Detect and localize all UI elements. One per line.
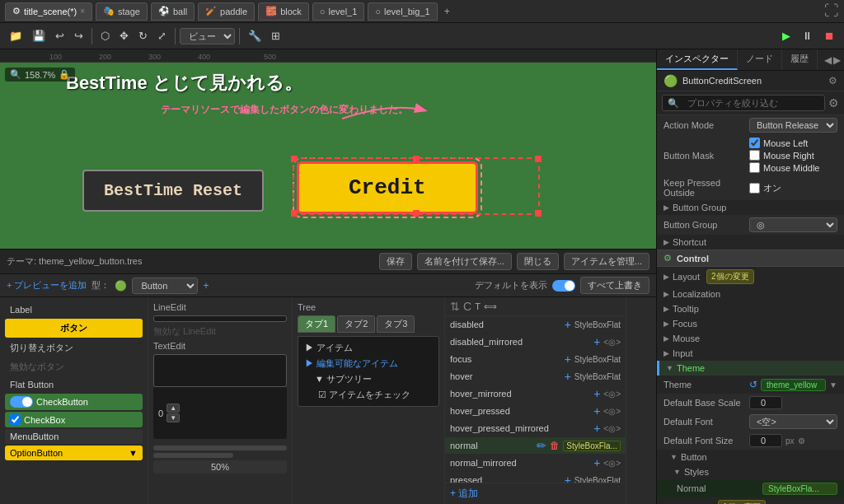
tab-block[interactable]: 🧱 block — [258, 2, 309, 21]
font-size-more-btn[interactable]: ⚙ — [798, 436, 805, 446]
input-header[interactable]: ▶ Input — [657, 346, 844, 361]
widget-switch[interactable]: 切り替えボタン — [5, 339, 143, 357]
manage-items-button[interactable]: アイテムを管理... — [564, 253, 649, 270]
tab-3[interactable]: タブ3 — [377, 315, 415, 333]
inspector-forward-btn[interactable]: ▶ — [833, 51, 841, 68]
toolbar-snap-btn[interactable]: 🔧 — [244, 27, 265, 44]
tab-level1[interactable]: ○ level_1 — [312, 2, 365, 21]
localization-header[interactable]: ▶ Localization — [657, 287, 844, 301]
tab-2[interactable]: タブ2 — [337, 315, 375, 333]
theme-section-header[interactable]: ▼ Theme — [657, 361, 844, 376]
toolbar-redo-btn[interactable]: ↪ — [70, 27, 87, 44]
prop-normal-mirrored-add[interactable]: + — [593, 456, 600, 469]
button-group-header[interactable]: ▶ Button Group — [657, 200, 844, 215]
inspector-back-btn[interactable]: ◀ — [824, 51, 832, 68]
toolbar-move-btn[interactable]: ✥ — [115, 27, 133, 44]
mouse-right-check[interactable] — [749, 150, 760, 161]
align-right-icon[interactable]: ⟺ — [484, 301, 497, 312]
prop-pressed-add[interactable]: + — [565, 474, 571, 483]
button-subsection-header[interactable]: ▼ Button — [657, 450, 844, 464]
lineedit-input[interactable] — [153, 315, 287, 322]
styles-subsection-header[interactable]: ▼ Styles — [657, 464, 844, 479]
add-preview-btn[interactable]: + プレビューを追加 — [7, 279, 87, 292]
action-mode-dropdown[interactable]: Button Release — [749, 118, 837, 133]
inspector-tab-inspector[interactable]: インスペクター — [657, 49, 738, 70]
widget-flat[interactable]: Flat Button — [5, 377, 143, 392]
toolbar-select-btn[interactable]: ⬡ — [96, 27, 114, 44]
tab-title-scene[interactable]: ⚙ title_scene(*) × — [5, 2, 92, 21]
shortcut-header[interactable]: ▶ Shortcut — [657, 235, 844, 250]
prop-normal-del[interactable]: 🗑 — [550, 440, 560, 451]
widget-checkbox[interactable]: CheckBox — [5, 412, 143, 427]
filter-icon[interactable]: C — [463, 300, 471, 313]
align-icon[interactable]: T — [475, 301, 481, 311]
widget-option[interactable]: OptionButton ▼ — [5, 446, 143, 460]
toolbar-stop-btn[interactable]: ⏹ — [820, 27, 839, 44]
tab-ball[interactable]: ⚽ ball — [151, 2, 195, 21]
theme-value-badge[interactable]: theme_yellow — [761, 379, 826, 391]
tab-paddle[interactable]: 🏏 paddle — [198, 2, 255, 21]
tree-check-item[interactable]: ☑ アイテムをチェック — [302, 387, 435, 403]
toolbar-rotate-btn[interactable]: ↻ — [134, 27, 152, 44]
sort-icon[interactable]: ⇅ — [450, 300, 460, 313]
mouse-header[interactable]: ▶ Mouse — [657, 331, 844, 346]
add-type-icon[interactable]: + — [203, 280, 209, 292]
prop-disabled-mirrored-add[interactable]: + — [593, 335, 600, 348]
toolbar-pause-btn[interactable]: ⏸ — [798, 27, 817, 44]
inspector-tab-history[interactable]: 履歴 — [782, 49, 818, 70]
add-tab-button[interactable]: + — [441, 6, 453, 17]
toolbar-undo-btn[interactable]: ↩ — [51, 27, 68, 44]
textedit-input[interactable] — [153, 354, 287, 387]
toolbar-grid-btn[interactable]: ⊞ — [267, 27, 284, 44]
tree-editable-item[interactable]: ▶ 編集可能なアイテム — [302, 356, 435, 371]
inspector-tab-node[interactable]: ノード — [738, 49, 782, 70]
prop-hover-add[interactable]: + — [565, 370, 571, 383]
mouse-left-check[interactable] — [749, 138, 760, 148]
control-section-header[interactable]: ⚙ Control — [657, 250, 844, 267]
scrollbar-h2[interactable] — [153, 453, 233, 458]
prop-disabled-add[interactable]: + — [565, 318, 571, 331]
prop-hover-pressed-add[interactable]: + — [593, 404, 600, 418]
toolbar-file-btn[interactable]: 📁 — [5, 27, 26, 44]
widget-button-yellow[interactable]: ボタン — [5, 319, 143, 338]
spinbox-up[interactable]: ▲ — [166, 404, 180, 413]
default-font-dropdown[interactable]: <空> — [749, 414, 837, 429]
prop-focus-add[interactable]: + — [565, 352, 571, 366]
node-settings-btn[interactable]: ⚙ — [828, 75, 837, 86]
prop-normal-edit[interactable]: ✏ — [537, 439, 546, 452]
default-font-size-input[interactable] — [749, 434, 782, 447]
resource-header[interactable]: ▶ Resource 1個の変更 — [657, 497, 844, 504]
spinbox-down[interactable]: ▼ — [166, 413, 180, 422]
checkbox-input[interactable] — [10, 414, 21, 425]
keep-pressed-check[interactable] — [749, 183, 760, 194]
tree-sub[interactable]: ▼ サブツリー — [302, 371, 435, 387]
normal-stylebox-btn[interactable]: StyleBoxFla... — [762, 483, 837, 495]
toolbar-play-btn[interactable]: ▶ — [778, 27, 795, 44]
scene-credit-button[interactable]: Credit — [297, 161, 478, 214]
toolbar-save-btn[interactable]: 💾 — [28, 27, 49, 44]
focus-header[interactable]: ▶ Focus — [657, 316, 844, 331]
theme-reset-btn[interactable]: ↺ — [749, 379, 757, 390]
prop-hover-pressed-mirrored-add[interactable]: + — [593, 422, 600, 435]
scene-reset-button[interactable]: BestTime Reset — [82, 170, 264, 212]
tab-level-big1[interactable]: ○ level_big_1 — [368, 2, 437, 21]
filter-toggle-btn[interactable]: ⚙ — [828, 95, 839, 111]
maximize-icon[interactable]: ⛶ — [824, 2, 839, 20]
base-scale-input[interactable] — [749, 396, 782, 409]
tab-stage[interactable]: 🎭 stage — [96, 2, 148, 21]
overwrite-all-button[interactable]: すべて上書き — [580, 277, 649, 294]
toolbar-scale-btn[interactable]: ⤢ — [153, 27, 171, 44]
add-prop-button[interactable]: + 追加 — [450, 487, 478, 501]
tree-item[interactable]: ▶ アイテム — [302, 340, 435, 356]
search-input[interactable] — [682, 96, 819, 110]
close-button[interactable]: 閉じる — [517, 253, 559, 270]
widget-menu[interactable]: MenuButton — [5, 429, 143, 444]
view-dropdown[interactable]: ビュー — [180, 28, 235, 44]
button-group-dropdown[interactable]: ◎ — [749, 217, 837, 232]
mouse-middle-check[interactable] — [749, 162, 760, 173]
layout-header[interactable]: ▶ Layout 2個の変更 — [657, 267, 844, 287]
prop-normal[interactable]: normal ✏ 🗑 StyleBoxFla... — [445, 437, 626, 455]
checkbutton-toggle[interactable] — [10, 396, 33, 408]
prop-hover-mirrored-add[interactable]: + — [593, 387, 600, 400]
scrollbar-h1[interactable] — [153, 446, 287, 450]
